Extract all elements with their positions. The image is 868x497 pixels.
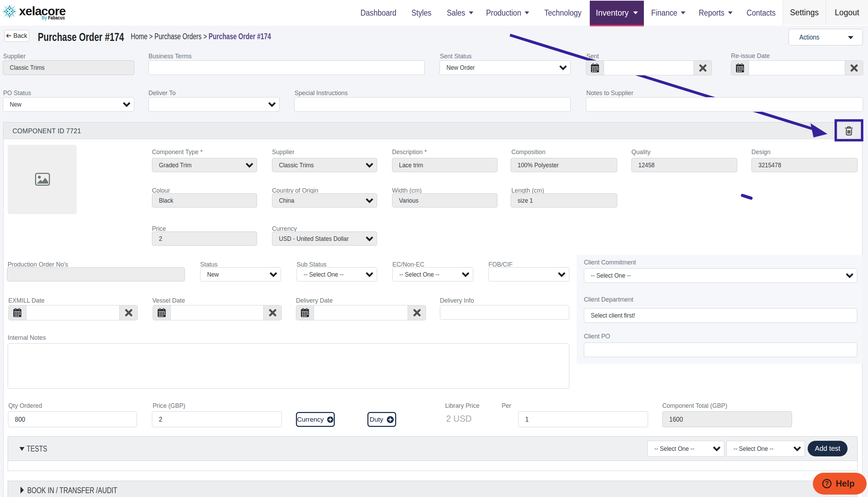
- svg-text:?: ?: [825, 480, 829, 487]
